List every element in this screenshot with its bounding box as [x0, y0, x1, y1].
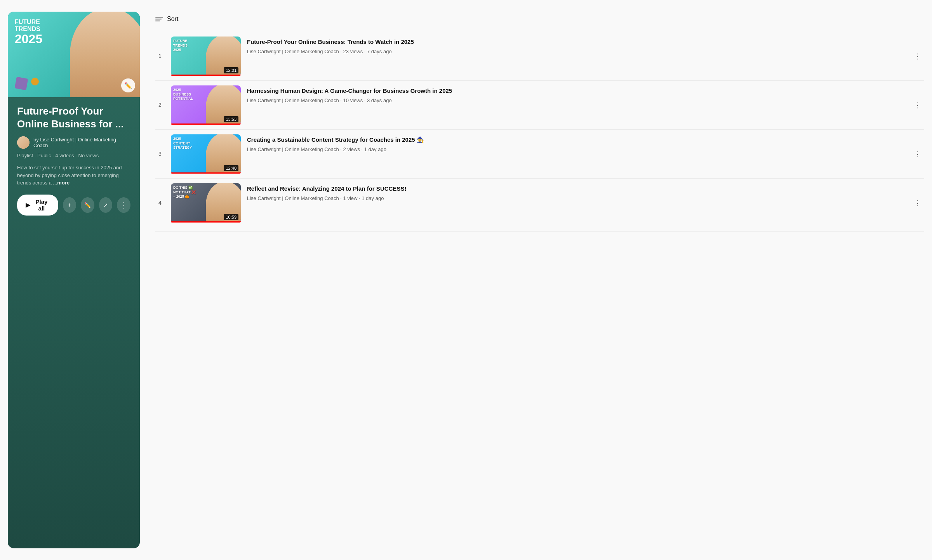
video-index: 3 [155, 134, 165, 157]
edit-button[interactable]: ✏️ [81, 197, 94, 213]
playlist-panel: FUTURE TRENDS 2025 ✏️ Future-Proof Your … [8, 12, 140, 548]
edit-thumbnail-button[interactable]: ✏️ [121, 78, 135, 92]
video-thumbnail-wrap[interactable]: 2025BUSINESSPOTENTIAL 13:53 [171, 85, 241, 125]
playlist-cover: FUTURE TRENDS 2025 ✏️ [8, 12, 140, 97]
more-description-link[interactable]: ...more [53, 180, 70, 186]
add-icon: + [68, 202, 71, 209]
video-item: 1 FUTURETRENDS2025 12:01 Future-Proof Yo… [155, 32, 924, 81]
video-info: Reflect and Revise: Analyzing 2024 to Pl… [247, 183, 905, 202]
share-button[interactable]: ↗ [99, 197, 113, 213]
channel-row: by Lise Cartwright | Online Marketing Co… [17, 136, 130, 149]
video-index: 2 [155, 85, 165, 108]
video-index: 4 [155, 183, 165, 206]
video-meta: Lise Cartwright | Online Marketing Coach… [247, 146, 905, 153]
video-list: 1 FUTURETRENDS2025 12:01 Future-Proof Yo… [155, 32, 924, 227]
video-more-options-button[interactable]: ⋮ [911, 98, 924, 113]
play-icon: ▶ [26, 202, 30, 209]
video-more-options-button[interactable]: ⋮ [911, 147, 924, 162]
video-item: 3 2025CONTENTSTRATEGY 12:40 Creating a S… [155, 130, 924, 179]
video-thumbnail-wrap[interactable]: 2025CONTENTSTRATEGY 12:40 [171, 134, 241, 174]
duration-badge: 12:40 [224, 165, 238, 171]
progress-bar [171, 221, 241, 223]
video-title: Reflect and Revise: Analyzing 2024 to Pl… [247, 185, 905, 193]
video-index: 1 [155, 37, 165, 59]
video-title: Future-Proof Your Online Business: Trend… [247, 38, 905, 46]
video-meta: Lise Cartwright | Online Marketing Coach… [247, 97, 905, 104]
playlist-description: How to set yourself up for success in 20… [17, 164, 130, 187]
action-row: ▶ Play all + ✏️ ↗ ⋮ [17, 195, 130, 216]
progress-bar [171, 123, 241, 125]
duration-badge: 13:53 [224, 116, 238, 122]
video-title: Creating a Sustainable Content Strategy … [247, 136, 905, 144]
playlist-title: Future-Proof Your Online Business for ..… [17, 105, 130, 130]
sort-icon [155, 17, 163, 21]
avatar [17, 136, 30, 149]
video-item: 4 DO THIS ✅NOT THAT ❌≡ 2025 🍊 10:59 Refl… [155, 179, 924, 227]
pencil-icon: ✏️ [124, 82, 132, 89]
video-more-options-button[interactable]: ⋮ [911, 196, 924, 210]
play-all-button[interactable]: ▶ Play all [17, 195, 58, 216]
sort-row[interactable]: Sort [155, 16, 924, 23]
edit-icon: ✏️ [84, 202, 91, 208]
share-icon: ↗ [103, 202, 108, 208]
video-info: Harnessing Human Design: A Game-Changer … [247, 85, 905, 104]
video-item: 2 2025BUSINESSPOTENTIAL 13:53 Harnessing… [155, 81, 924, 130]
playlist-meta: Playlist · Public · 4 videos · No views [17, 153, 130, 158]
video-meta: Lise Cartwright | Online Marketing Coach… [247, 195, 905, 202]
sort-label: Sort [167, 16, 178, 23]
video-more-options-button[interactable]: ⋮ [911, 49, 924, 64]
progress-bar [171, 75, 241, 76]
video-info: Creating a Sustainable Content Strategy … [247, 134, 905, 153]
more-icon: ⋮ [120, 200, 128, 210]
duration-badge: 12:01 [224, 67, 238, 73]
bottom-divider [155, 231, 924, 231]
video-thumbnail-wrap[interactable]: FUTURETRENDS2025 12:01 [171, 37, 241, 76]
video-title: Harnessing Human Design: A Game-Changer … [247, 87, 905, 95]
add-button[interactable]: + [63, 197, 77, 213]
video-meta: Lise Cartwright | Online Marketing Coach… [247, 48, 905, 55]
video-list-panel: Sort 1 FUTURETRENDS2025 12:01 Future-Pro… [155, 12, 924, 548]
progress-bar [171, 172, 241, 174]
video-info: Future-Proof Your Online Business: Trend… [247, 37, 905, 55]
video-thumbnail-wrap[interactable]: DO THIS ✅NOT THAT ❌≡ 2025 🍊 10:59 [171, 183, 241, 223]
more-options-left-button[interactable]: ⋮ [117, 197, 130, 213]
duration-badge: 10:59 [224, 214, 238, 220]
channel-name: by Lise Cartwright | Online Marketing Co… [33, 137, 130, 148]
